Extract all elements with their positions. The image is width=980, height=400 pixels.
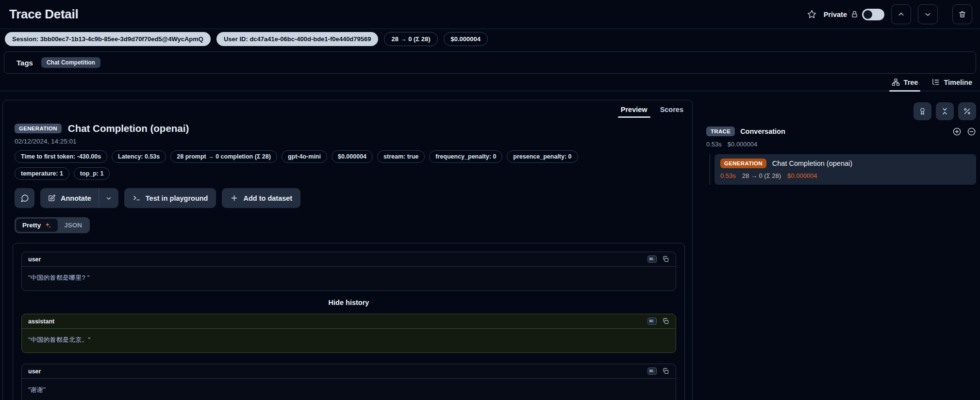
trace-type-badge: TRACE (706, 127, 735, 136)
tab-timeline[interactable]: Timeline (931, 78, 972, 91)
tab-preview[interactable]: Preview (621, 106, 648, 118)
percent-icon (963, 107, 971, 115)
hide-history-button[interactable]: Hide history (21, 299, 676, 306)
sparkles-icon (44, 222, 51, 229)
trace-node[interactable]: TRACE Conversation (706, 127, 976, 136)
markdown-toggle-button[interactable]: M↓ (648, 368, 657, 375)
metrics-display-button[interactable] (958, 102, 976, 120)
copy-button[interactable] (662, 368, 669, 375)
total-cost-badge: $0.000004 (444, 32, 488, 46)
tab-scores[interactable]: Scores (660, 106, 683, 118)
fold-vertical-icon (941, 107, 949, 115)
metric-cost: $0.000004 (332, 150, 373, 163)
metric-presence-penalty: presence_penalty: 0 (507, 150, 578, 163)
award-icon (918, 107, 927, 115)
trace-cost: $0.000004 (728, 141, 757, 148)
observation-title: Chat Completion (openai) (68, 123, 189, 134)
message-role: assistant (28, 318, 54, 325)
annotate-label: Annotate (61, 194, 91, 202)
privacy-control: Private (824, 9, 884, 20)
message-user-1: user M↓ "中国的首都是哪里? " (21, 252, 676, 291)
terminal-icon (133, 194, 141, 202)
session-badge[interactable]: Session: 3bb00ec7-1b13-4c9b-85ee-3d9d70f… (5, 32, 211, 46)
public-sharing-toggle[interactable] (862, 9, 884, 20)
observation-tabs: Preview Scores (3, 100, 692, 118)
token-usage-badge: 28 → 0 (Σ 28) (384, 32, 437, 46)
bookmark-star-button[interactable] (807, 9, 817, 19)
metric-top-p: top_p: 1 (74, 167, 110, 180)
trace-name: Conversation (740, 128, 785, 135)
page-title: Trace Detail (9, 7, 78, 22)
message-content: "中国的首都是北京。" (22, 329, 676, 352)
previous-trace-button[interactable] (891, 4, 911, 24)
generation-node-selected[interactable]: GENERATION Chat Completion (openai) 0.53… (714, 154, 976, 185)
json-view-button[interactable]: JSON (58, 219, 88, 232)
tag-chat-competition[interactable]: Chat Competition (41, 57, 100, 68)
expand-all-button[interactable] (952, 127, 962, 136)
format-toggle: Pretty JSON (15, 217, 90, 233)
tree-guide-line (710, 154, 710, 185)
trace-meta-row: Session: 3bb00ec7-1b13-4c9b-85ee-3d9d70f… (0, 29, 980, 49)
chevron-down-icon (105, 195, 112, 202)
pretty-view-button[interactable]: Pretty (16, 219, 58, 232)
next-trace-button[interactable] (918, 4, 938, 24)
message-role: user (28, 368, 41, 375)
markdown-toggle-button[interactable]: M↓ (648, 318, 657, 325)
observation-panel: Preview Scores GENERATION Chat Completio… (2, 100, 693, 400)
user-id-badge[interactable]: User ID: dc47a41e-06bc-400d-bde1-f0e440d… (216, 32, 379, 46)
metric-frequency-penalty: frequency_penalty: 0 (429, 150, 502, 163)
generation-stats: 0.53s 28 → 0 (Σ 28) $0.000004 (720, 172, 970, 179)
message-role: user (28, 256, 41, 263)
add-to-dataset-label: Add to dataset (243, 194, 292, 202)
add-to-dataset-button[interactable]: Add to dataset (222, 188, 300, 208)
test-in-playground-button[interactable]: Test in playground (124, 188, 216, 208)
lock-icon (850, 10, 859, 18)
copy-button[interactable] (662, 256, 669, 263)
tree-panel-toolbar (706, 102, 976, 120)
observation-header: GENERATION Chat Completion (openai) 02/1… (3, 118, 692, 145)
header-controls: Private (807, 4, 972, 24)
message-assistant: assistant M↓ "中国的首都是北京。" (21, 314, 676, 353)
tab-tree[interactable]: Tree (892, 78, 918, 91)
collapse-all-button[interactable] (936, 102, 954, 120)
annotate-dropdown-button[interactable] (99, 188, 118, 208)
metric-latency: Latency: 0.53s (112, 150, 166, 163)
tree-children: GENERATION Chat Completion (openai) 0.53… (706, 154, 976, 185)
comment-button[interactable] (15, 188, 34, 208)
trash-icon (958, 10, 966, 18)
metric-time-to-first-token: Time to first token: -430.00s (15, 150, 107, 163)
toggle-knob (864, 10, 872, 19)
message-content: "谢谢" (22, 379, 676, 400)
copy-icon (662, 368, 669, 375)
generation-latency: 0.53s (720, 172, 736, 179)
timeline-icon (931, 78, 940, 86)
markdown-toggle-button[interactable]: M↓ (648, 256, 657, 263)
collapse-node-button[interactable] (967, 127, 976, 136)
tags-label: Tags (17, 59, 33, 67)
metric-temperature: temperature: 1 (15, 167, 69, 180)
trace-tree-panel: TRACE Conversation 0.53s $0.000004 (706, 100, 976, 185)
annotate-button[interactable]: Annotate (40, 188, 99, 208)
trace-stats: 0.53s $0.000004 (706, 141, 976, 148)
generation-type-badge: GENERATION (720, 159, 766, 168)
metric-pills: Time to first token: -430.00s Latency: 0… (3, 145, 648, 180)
delete-trace-button[interactable] (952, 4, 972, 24)
plus-icon (230, 194, 238, 202)
tree-expand-controls (952, 127, 976, 136)
circle-plus-icon (952, 127, 962, 136)
tab-tree-label: Tree (904, 79, 918, 86)
tags-bar: Tags Chat Competition (4, 51, 976, 74)
observation-timestamp: 02/12/2024, 14:25:01 (15, 138, 681, 145)
copy-button[interactable] (662, 318, 669, 325)
circle-minus-icon (967, 127, 976, 136)
metric-stream: stream: true (377, 150, 425, 163)
copy-icon (662, 318, 669, 325)
chevron-up-icon (897, 10, 905, 18)
content-area: Preview Scores GENERATION Chat Completio… (0, 100, 980, 400)
annotate-split-button: Annotate (40, 188, 118, 208)
copy-icon (662, 256, 669, 263)
page-header: Trace Detail Private (0, 0, 980, 29)
observation-actions: Annotate Test in playground (3, 180, 692, 208)
privacy-label: Private (824, 11, 847, 18)
scores-display-button[interactable] (914, 102, 931, 120)
